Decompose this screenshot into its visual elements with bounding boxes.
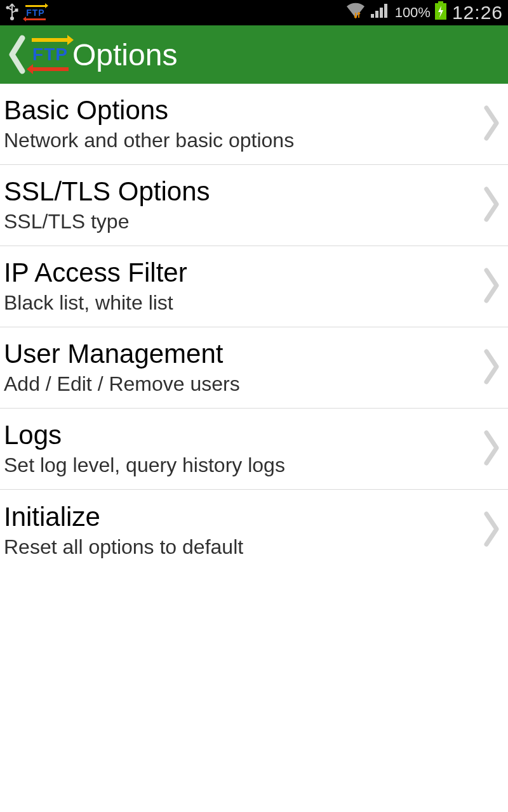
option-subtitle: Network and other basic options <box>4 128 479 152</box>
option-title: SSL/TLS Options <box>4 176 479 207</box>
svg-rect-6 <box>384 4 387 18</box>
svg-rect-5 <box>380 8 383 18</box>
svg-rect-1 <box>15 8 18 11</box>
chevron-right-icon <box>484 430 500 468</box>
ftp-app-icon: FTP <box>25 5 46 20</box>
status-bar: FTP 100% <box>0 0 508 25</box>
option-basic[interactable]: Basic Options Network and other basic op… <box>0 84 508 165</box>
svg-rect-4 <box>375 11 378 18</box>
option-ip-access-filter[interactable]: IP Access Filter Black list, white list <box>0 246 508 327</box>
chevron-right-icon <box>484 105 500 143</box>
chevron-right-icon <box>484 187 500 225</box>
option-user-management[interactable]: User Management Add / Edit / Remove user… <box>0 327 508 409</box>
svg-rect-7 <box>438 1 443 3</box>
option-subtitle: Set log level, query history logs <box>4 453 479 477</box>
app-bar: FTP Options <box>0 25 508 84</box>
options-list: Basic Options Network and other basic op… <box>0 84 508 571</box>
clock: 12:26 <box>452 2 503 23</box>
option-title: User Management <box>4 339 479 369</box>
app-logo-icon: FTP <box>32 38 69 71</box>
battery-icon <box>434 1 447 25</box>
option-subtitle: Reset all options to default <box>4 535 479 559</box>
chevron-right-icon <box>484 511 500 549</box>
option-ssl-tls[interactable]: SSL/TLS Options SSL/TLS type <box>0 165 508 246</box>
option-subtitle: SSL/TLS type <box>4 209 479 233</box>
signal-icon <box>371 3 390 23</box>
option-title: Initialize <box>4 502 479 532</box>
page-title: Options <box>72 37 177 72</box>
option-subtitle: Black list, white list <box>4 291 479 315</box>
battery-percent: 100% <box>395 4 431 21</box>
svg-point-2 <box>10 16 14 20</box>
option-subtitle: Add / Edit / Remove users <box>4 372 479 396</box>
wifi-icon <box>345 3 366 23</box>
option-title: Basic Options <box>4 95 479 126</box>
chevron-right-icon <box>484 349 500 387</box>
usb-icon <box>5 1 19 25</box>
option-title: Logs <box>4 420 479 450</box>
option-initialize[interactable]: Initialize Reset all options to default <box>0 490 508 571</box>
svg-point-0 <box>6 6 10 9</box>
option-title: IP Access Filter <box>4 258 479 288</box>
chevron-right-icon <box>484 268 500 306</box>
svg-rect-3 <box>371 14 374 18</box>
option-logs[interactable]: Logs Set log level, query history logs <box>0 409 508 490</box>
